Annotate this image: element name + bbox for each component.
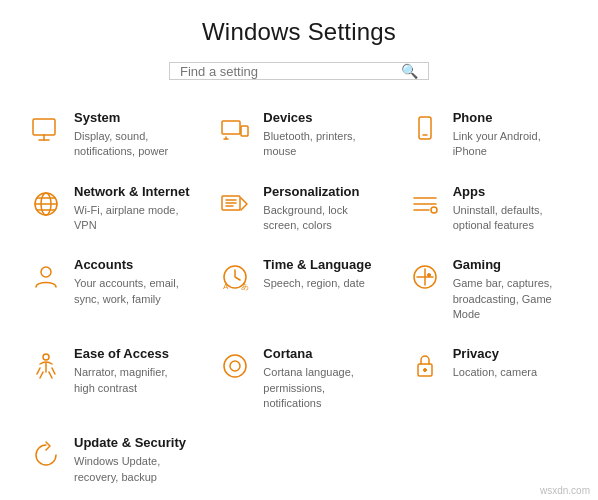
svg-rect-0 [33, 119, 55, 135]
setting-item-privacy[interactable]: Privacy Location, camera [399, 336, 578, 421]
svg-rect-4 [241, 126, 248, 136]
setting-item-personalization[interactable]: Personalization Background, lock screen,… [209, 174, 388, 244]
phone-icon [407, 112, 443, 148]
search-bar[interactable]: 🔍 [169, 62, 429, 80]
setting-item-ease[interactable]: Ease of Access Narrator, magnifier, high… [20, 336, 199, 421]
setting-desc-devices: Bluetooth, printers, mouse [263, 129, 380, 160]
personalization-icon [217, 186, 253, 222]
system-icon [28, 112, 64, 148]
setting-item-gaming[interactable]: Gaming Game bar, captures, broadcasting,… [399, 247, 578, 332]
svg-point-29 [427, 274, 430, 277]
setting-desc-time: Speech, region, date [263, 276, 371, 291]
gaming-icon [407, 259, 443, 295]
watermark: wsxdn.com [540, 485, 590, 496]
setting-desc-update: Windows Update, recovery, backup [74, 454, 191, 485]
devices-icon [217, 112, 253, 148]
setting-name-gaming: Gaming [453, 257, 570, 274]
setting-desc-privacy: Location, camera [453, 365, 537, 380]
setting-name-cortana: Cortana [263, 346, 380, 363]
setting-desc-apps: Uninstall, defaults, optional features [453, 203, 570, 234]
setting-item-update[interactable]: Update & Security Windows Update, recove… [20, 425, 199, 495]
ease-icon [28, 348, 64, 384]
svg-text:あ: あ [241, 282, 249, 291]
setting-item-time[interactable]: Aあ Time & Language Speech, region, date [209, 247, 388, 332]
setting-item-apps[interactable]: Apps Uninstall, defaults, optional featu… [399, 174, 578, 244]
search-icon: 🔍 [401, 63, 418, 79]
setting-desc-personalization: Background, lock screen, colors [263, 203, 380, 234]
setting-item-devices[interactable]: Devices Bluetooth, printers, mouse [209, 100, 388, 170]
setting-name-accounts: Accounts [74, 257, 191, 274]
page-title: Windows Settings [202, 18, 396, 46]
setting-desc-gaming: Game bar, captures, broadcasting, Game M… [453, 276, 570, 322]
setting-name-ease: Ease of Access [74, 346, 191, 363]
setting-item-accounts[interactable]: Accounts Your accounts, email, sync, wor… [20, 247, 199, 332]
setting-desc-accounts: Your accounts, email, sync, work, family [74, 276, 191, 307]
setting-name-time: Time & Language [263, 257, 371, 274]
setting-name-phone: Phone [453, 110, 570, 127]
svg-text:A: A [223, 282, 229, 291]
setting-name-update: Update & Security [74, 435, 191, 452]
setting-name-personalization: Personalization [263, 184, 380, 201]
setting-name-system: System [74, 110, 191, 127]
svg-point-35 [423, 369, 426, 372]
setting-desc-ease: Narrator, magnifier, high contrast [74, 365, 191, 396]
setting-item-phone[interactable]: Phone Link your Android, iPhone [399, 100, 578, 170]
svg-point-32 [224, 355, 246, 377]
setting-name-apps: Apps [453, 184, 570, 201]
svg-rect-3 [222, 121, 240, 134]
setting-item-network[interactable]: Network & Internet Wi-Fi, airplane mode,… [20, 174, 199, 244]
setting-name-privacy: Privacy [453, 346, 537, 363]
privacy-icon [407, 348, 443, 384]
cortana-icon [217, 348, 253, 384]
search-input[interactable] [180, 64, 401, 79]
svg-point-30 [43, 354, 49, 360]
setting-name-devices: Devices [263, 110, 380, 127]
settings-grid: System Display, sound, notifications, po… [20, 100, 578, 495]
svg-point-22 [41, 267, 51, 277]
setting-desc-cortana: Cortana language, permissions, notificat… [263, 365, 380, 411]
setting-item-system[interactable]: System Display, sound, notifications, po… [20, 100, 199, 170]
time-icon: Aあ [217, 259, 253, 295]
svg-point-21 [431, 207, 437, 213]
windows-settings-page: Windows Settings 🔍 System Display, sound… [0, 0, 598, 500]
setting-desc-network: Wi-Fi, airplane mode, VPN [74, 203, 191, 234]
setting-item-cortana[interactable]: Cortana Cortana language, permissions, n… [209, 336, 388, 421]
network-icon [28, 186, 64, 222]
svg-point-33 [230, 361, 240, 371]
setting-desc-system: Display, sound, notifications, power [74, 129, 191, 160]
setting-desc-phone: Link your Android, iPhone [453, 129, 570, 160]
accounts-icon [28, 259, 64, 295]
update-icon [28, 437, 64, 473]
setting-name-network: Network & Internet [74, 184, 191, 201]
apps-icon [407, 186, 443, 222]
